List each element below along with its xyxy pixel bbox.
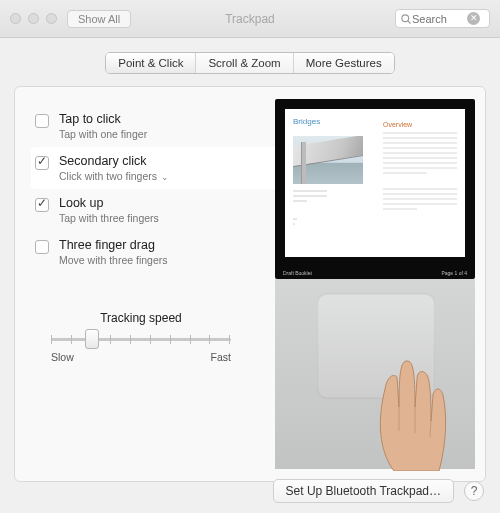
- content-panel: Tap to click Tap with one finger Seconda…: [14, 86, 486, 482]
- preview-hand: [339, 331, 469, 471]
- options-pane: Tap to click Tap with one finger Seconda…: [15, 87, 287, 481]
- titlebar: Show All Trackpad ✕: [0, 0, 500, 38]
- preview-document: Bridges Overview: [285, 109, 465, 257]
- gesture-preview: Bridges Overview Draft Booklet Page 1 of…: [275, 99, 475, 469]
- slider-high-label: Fast: [211, 351, 231, 363]
- checkbox[interactable]: [35, 240, 49, 254]
- preview-doc-title: Bridges: [293, 117, 367, 126]
- option-subtitle: Tap with one finger: [59, 128, 147, 140]
- option-title: Look up: [59, 196, 159, 210]
- slider-rail: [51, 338, 231, 341]
- tracking-speed-slider[interactable]: [51, 331, 231, 347]
- slider-title: Tracking speed: [41, 311, 241, 325]
- window-controls: [10, 13, 57, 24]
- tab-point-and-click[interactable]: Point & Click: [106, 53, 196, 73]
- window-title: Trackpad: [225, 12, 275, 26]
- option-title: Secondary click: [59, 154, 169, 168]
- clear-search-icon[interactable]: ✕: [467, 12, 480, 25]
- option-title: Three finger drag: [59, 238, 168, 252]
- option-tap-to-click[interactable]: Tap to click Tap with one finger: [31, 105, 279, 147]
- option-secondary-click[interactable]: Secondary click Click with two fingers⌄: [31, 147, 279, 189]
- bottom-bar: Set Up Bluetooth Trackpad… ?: [273, 479, 484, 503]
- search-icon: [400, 13, 412, 25]
- preview-section-title: Overview: [383, 121, 457, 128]
- preview-footer-left: Draft Booklet: [283, 270, 312, 276]
- option-three-finger-drag[interactable]: Three finger drag Move with three finger…: [31, 231, 279, 273]
- svg-point-0: [402, 14, 409, 21]
- slider-low-label: Slow: [51, 351, 74, 363]
- search-input[interactable]: [412, 13, 467, 25]
- checkbox[interactable]: [35, 156, 49, 170]
- preview-footer-right: Page 1 of 4: [441, 270, 467, 276]
- tab-row: Point & Click Scroll & Zoom More Gesture…: [0, 38, 500, 80]
- tab-more-gestures[interactable]: More Gestures: [294, 53, 394, 73]
- option-subtitle: Tap with three fingers: [59, 212, 159, 224]
- preview-image: [293, 136, 363, 184]
- checkbox[interactable]: [35, 114, 49, 128]
- minimize-window-icon[interactable]: [28, 13, 39, 24]
- setup-bluetooth-trackpad-button[interactable]: Set Up Bluetooth Trackpad…: [273, 479, 454, 503]
- checkbox[interactable]: [35, 198, 49, 212]
- close-window-icon[interactable]: [10, 13, 21, 24]
- chevron-down-icon[interactable]: ⌄: [161, 172, 169, 182]
- slider-labels: Slow Fast: [51, 351, 231, 363]
- preview-trackpad-area: [275, 279, 475, 469]
- option-look-up[interactable]: Look up Tap with three fingers: [31, 189, 279, 231]
- help-button[interactable]: ?: [464, 481, 484, 501]
- search-field[interactable]: ✕: [395, 9, 490, 28]
- option-title: Tap to click: [59, 112, 147, 126]
- option-subtitle[interactable]: Click with two fingers⌄: [59, 170, 169, 182]
- zoom-window-icon[interactable]: [46, 13, 57, 24]
- tab-segment: Point & Click Scroll & Zoom More Gesture…: [105, 52, 394, 74]
- tab-scroll-and-zoom[interactable]: Scroll & Zoom: [196, 53, 293, 73]
- preview-screen: Bridges Overview Draft Booklet Page 1 of…: [275, 99, 475, 279]
- tracking-speed-block: Tracking speed Slow Fast: [41, 311, 241, 363]
- svg-line-1: [408, 20, 411, 23]
- show-all-button[interactable]: Show All: [67, 10, 131, 28]
- slider-knob[interactable]: [85, 329, 99, 349]
- option-subtitle: Move with three fingers: [59, 254, 168, 266]
